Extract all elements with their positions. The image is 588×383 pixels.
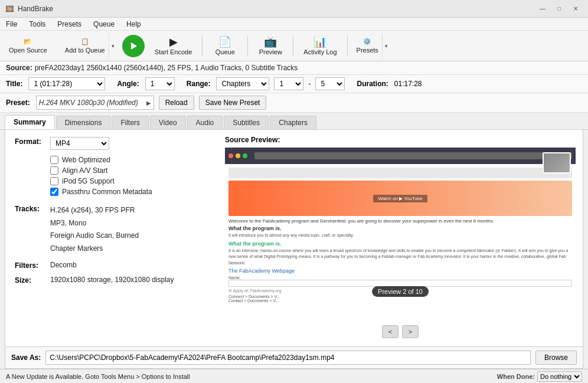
presets-arrow[interactable]: ▾ bbox=[382, 34, 390, 58]
open-source-group[interactable]: 📂 Open Source bbox=[5, 33, 51, 59]
preview-nav-bar bbox=[228, 168, 572, 178]
tab-dimensions[interactable]: Dimensions bbox=[56, 116, 111, 129]
presets-label: Presets bbox=[357, 47, 378, 54]
preview-topbar bbox=[225, 148, 576, 164]
title-row: Title: 1 (01:17:28) Angle: 1 Range: Chap… bbox=[0, 75, 588, 93]
menu-help[interactable]: Help bbox=[120, 18, 147, 30]
menu-file[interactable]: File bbox=[0, 18, 23, 30]
encode-icon: ▶ bbox=[169, 37, 178, 47]
track-2: MP3, Mono bbox=[50, 217, 208, 230]
activity-log-button[interactable]: 📊 Activity Log bbox=[298, 33, 342, 59]
reload-button[interactable]: Reload bbox=[159, 96, 194, 110]
when-done: When Done: Do nothing Sleep Shutdown bbox=[497, 371, 582, 382]
open-source-button[interactable]: 📂 Open Source bbox=[5, 34, 51, 58]
preview-panel: Source Preview: Watch on ▶ YouTube bbox=[218, 130, 583, 346]
tab-filters[interactable]: Filters bbox=[112, 116, 149, 129]
filters-row: Filters: Decomb bbox=[15, 261, 208, 270]
preset-value: H.264 MKV 1080p30 (Modified) bbox=[39, 99, 146, 107]
pm-red-dot bbox=[228, 153, 233, 158]
presets-button[interactable]: ⚙️ Presets bbox=[353, 34, 382, 58]
ipod-support-label: iPod 5G Support bbox=[62, 177, 115, 185]
source-label: Source: bbox=[6, 64, 32, 72]
app-icon: 🎞️ bbox=[5, 4, 14, 14]
options-checkboxes: Web Optimized Align A/V Start iPod 5G Su… bbox=[50, 156, 208, 198]
add-queue-arrow[interactable]: ▾ bbox=[109, 34, 117, 58]
format-select[interactable]: MP4 MKV bbox=[50, 137, 109, 150]
minimize-button[interactable]: — bbox=[535, 3, 550, 15]
title-bar: 🎞️ HandBrake — □ ✕ bbox=[0, 0, 588, 18]
status-bar: A New Update is Available. Goto Tools Me… bbox=[0, 369, 588, 383]
options-label-spacer bbox=[15, 156, 50, 156]
track-1: H.264 (x264), 30 FPS PFR bbox=[50, 204, 208, 217]
presets-group[interactable]: ⚙️ Presets ▾ bbox=[352, 33, 391, 59]
track-3: Foreign Audio Scan, Burned bbox=[50, 230, 208, 243]
preview-content: Watch on ▶ YouTube Welcome to the FabAca… bbox=[225, 164, 576, 322]
range-dash: - bbox=[308, 80, 311, 88]
toolbar-sep-3 bbox=[293, 35, 293, 57]
ipod-support-checkbox[interactable] bbox=[50, 177, 58, 185]
queue-label: Queue bbox=[215, 48, 235, 55]
duration-value: 01:17:28 bbox=[394, 80, 422, 88]
add-to-queue-group[interactable]: 📋 Add to Queue ▾ bbox=[61, 33, 117, 59]
source-value: preFA2023day1 2560x1440 (2560x1440), 25 … bbox=[35, 64, 298, 72]
preview-next-button[interactable]: > bbox=[402, 325, 419, 338]
format-row: Format: MP4 MKV bbox=[15, 137, 208, 150]
window-controls: — □ ✕ bbox=[535, 3, 583, 15]
save-bar: Save As: Browse bbox=[5, 346, 583, 368]
angle-select[interactable]: 1 bbox=[145, 77, 175, 90]
passthru-checkbox[interactable] bbox=[50, 188, 58, 196]
toolbar-sep-1 bbox=[202, 35, 202, 57]
align-av-checkbox[interactable] bbox=[50, 166, 58, 175]
preview-contact: Contact > Documents > V... bbox=[228, 299, 572, 303]
track-4: Chapter Markers bbox=[50, 243, 208, 256]
queue-button[interactable]: 📄 Queue bbox=[207, 33, 243, 59]
preview-button[interactable]: 📺 Preview bbox=[253, 33, 288, 59]
preset-label: Preset: bbox=[6, 99, 30, 107]
menu-presets[interactable]: Presets bbox=[51, 18, 87, 30]
play-icon bbox=[129, 41, 138, 51]
options-row: Web Optimized Align A/V Start iPod 5G Su… bbox=[15, 156, 208, 198]
preview-thumbnail bbox=[543, 152, 571, 174]
save-as-label: Save As: bbox=[11, 353, 41, 362]
preview-name-field: Name: bbox=[228, 276, 572, 280]
add-to-queue-button[interactable]: 📋 Add to Queue bbox=[61, 34, 109, 58]
tab-subtitles[interactable]: Subtitles bbox=[224, 116, 269, 129]
size-value: 1920x1080 storage, 1920x1080 display bbox=[50, 276, 208, 284]
menu-tools[interactable]: Tools bbox=[23, 18, 51, 30]
tab-video[interactable]: Video bbox=[150, 116, 185, 129]
menu-queue[interactable]: Queue bbox=[87, 18, 120, 30]
start-encode-button[interactable] bbox=[122, 35, 145, 57]
close-button[interactable]: ✕ bbox=[568, 3, 583, 15]
preset-display[interactable]: H.264 MKV 1080p30 (Modified) ▶ bbox=[36, 96, 154, 110]
save-new-preset-button[interactable]: Save New Preset bbox=[199, 96, 267, 110]
activity-log-icon: 📊 bbox=[313, 37, 326, 47]
web-optimized-checkbox[interactable] bbox=[50, 156, 58, 164]
preview-hero: Watch on ▶ YouTube bbox=[228, 181, 572, 216]
title-select[interactable]: 1 (01:17:28) bbox=[28, 77, 105, 90]
tabs-row: Summary Dimensions Filters Video Audio S… bbox=[0, 113, 588, 130]
when-done-label: When Done: bbox=[497, 373, 535, 380]
start-encode-label-btn[interactable]: ▶ Start Encode bbox=[149, 33, 198, 59]
preview-title: Source Preview: bbox=[225, 136, 576, 144]
angle-label: Angle: bbox=[117, 80, 139, 88]
preview-prev-button[interactable]: < bbox=[382, 325, 398, 338]
maximize-button[interactable]: □ bbox=[551, 3, 567, 15]
range-to-select[interactable]: 5 bbox=[315, 77, 345, 90]
summary-panel: Format: MP4 MKV Web Optimized bbox=[5, 130, 218, 346]
tab-summary[interactable]: Summary bbox=[5, 115, 55, 129]
web-optimized-label: Web Optimized bbox=[62, 156, 110, 164]
watch-button: Watch on ▶ YouTube bbox=[373, 195, 427, 202]
tab-chapters[interactable]: Chapters bbox=[270, 116, 316, 129]
preview-what-title-2: What the program is. bbox=[228, 241, 572, 247]
range-type-select[interactable]: Chapters Seconds Frames bbox=[216, 77, 269, 90]
duration-label: Duration: bbox=[357, 80, 388, 88]
pm-green-dot bbox=[243, 153, 247, 158]
range-from-select[interactable]: 1 bbox=[274, 77, 303, 90]
browse-button[interactable]: Browse bbox=[535, 351, 577, 365]
preview-container: Watch on ▶ YouTube Welcome to the FabAca… bbox=[225, 148, 576, 322]
tab-audio[interactable]: Audio bbox=[187, 116, 223, 129]
save-path-input[interactable] bbox=[45, 351, 531, 365]
preview-icon: 📺 bbox=[264, 37, 277, 47]
format-label: Format: bbox=[15, 137, 50, 146]
when-done-select[interactable]: Do nothing Sleep Shutdown bbox=[537, 371, 582, 382]
